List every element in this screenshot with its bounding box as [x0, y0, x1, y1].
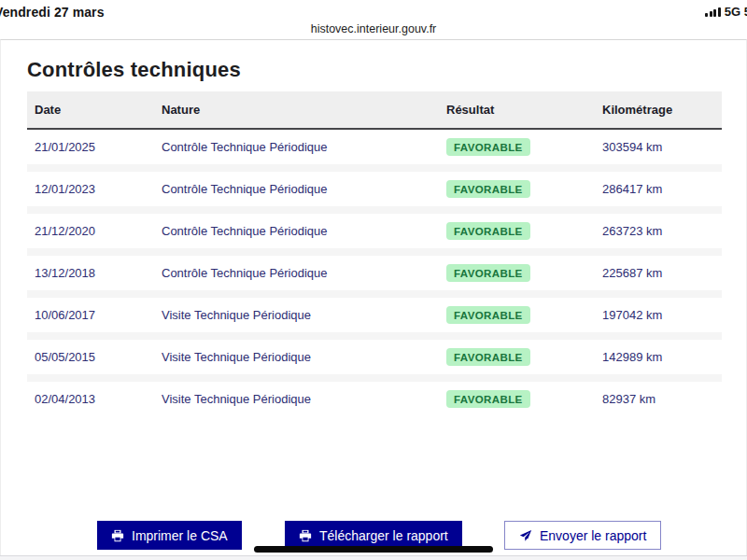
cell-km: 197042 km: [595, 308, 722, 322]
cell-date: 05/05/2015: [27, 350, 154, 364]
status-badge: FAVORABLE: [446, 306, 530, 324]
row-separator: [27, 248, 722, 256]
status-badge: FAVORABLE: [446, 138, 530, 156]
home-indicator[interactable]: [254, 546, 493, 553]
cell-date: 13/12/2018: [27, 266, 154, 280]
cell-nature: Contrôle Technique Périodique: [154, 182, 439, 196]
row-separator: [27, 374, 722, 382]
cell-nature: Visite Technique Périodique: [154, 308, 439, 322]
table-row: 02/04/2013 Visite Technique Périodique F…: [27, 382, 722, 416]
cell-result: FAVORABLE: [439, 222, 595, 240]
table-row: 05/05/2015 Visite Technique Périodique F…: [27, 340, 722, 374]
address-bar[interactable]: histovec.interieur.gouv.fr: [0, 22, 747, 35]
status-badge: FAVORABLE: [446, 390, 530, 408]
status-date: Vendredi 27 mars: [0, 5, 105, 20]
status-badge: FAVORABLE: [446, 348, 530, 366]
cell-nature: Contrôle Technique Périodique: [154, 224, 439, 238]
inspections-table: Date Nature Résultat Kilométrage 21/01/2…: [27, 91, 722, 416]
page-content: Contrôles techniques Date Nature Résulta…: [0, 39, 747, 560]
cell-date: 10/06/2017: [27, 308, 154, 322]
table-row: 21/01/2025 Contrôle Technique Périodique…: [27, 130, 722, 164]
status-badge: FAVORABLE: [446, 264, 530, 282]
column-header-nature: Nature: [154, 103, 439, 117]
cell-date: 02/04/2013: [27, 392, 154, 406]
print-csa-label: Imprimer le CSA: [132, 528, 228, 543]
column-header-date: Date: [27, 103, 154, 117]
column-header-km: Kilométrage: [595, 103, 722, 117]
status-badge: FAVORABLE: [446, 222, 530, 240]
table-header-row: Date Nature Résultat Kilométrage: [27, 91, 722, 130]
cell-date: 12/01/2023: [27, 182, 154, 196]
cell-km: 263723 km: [595, 224, 722, 238]
page-title: Contrôles techniques: [27, 58, 746, 82]
paper-plane-icon: [519, 529, 532, 542]
row-separator: [27, 164, 722, 172]
cell-nature: Visite Technique Périodique: [154, 392, 439, 406]
table-body: 21/01/2025 Contrôle Technique Périodique…: [27, 130, 722, 416]
cell-km: 225687 km: [595, 266, 722, 280]
cell-result: FAVORABLE: [439, 264, 595, 282]
table-row: 12/01/2023 Contrôle Technique Périodique…: [27, 172, 722, 206]
cell-km: 142989 km: [595, 350, 722, 364]
download-report-label: Télécharger le rapport: [319, 528, 448, 543]
cell-result: FAVORABLE: [439, 138, 595, 156]
cell-result: FAVORABLE: [439, 348, 595, 366]
cell-date: 21/12/2020: [27, 224, 154, 238]
row-separator: [27, 206, 722, 214]
cell-result: FAVORABLE: [439, 180, 595, 198]
cell-km: 303594 km: [595, 140, 722, 154]
status-indicators: 5G 5: [705, 5, 747, 19]
screen-bottom-edge: [0, 555, 747, 560]
cell-km: 82937 km: [595, 392, 722, 406]
row-separator: [27, 332, 722, 340]
table-row: 13/12/2018 Contrôle Technique Périodique…: [27, 256, 722, 290]
cell-date: 21/01/2025: [27, 140, 154, 154]
cell-nature: Visite Technique Périodique: [154, 350, 439, 364]
table-row: 21/12/2020 Contrôle Technique Périodique…: [27, 214, 722, 248]
print-csa-button[interactable]: Imprimer le CSA: [97, 521, 242, 550]
cell-result: FAVORABLE: [439, 390, 595, 408]
cell-nature: Contrôle Technique Périodique: [154, 140, 439, 154]
row-separator: [27, 290, 722, 298]
column-header-result: Résultat: [439, 103, 595, 117]
table-row: 10/06/2017 Visite Technique Périodique F…: [27, 298, 722, 332]
screen: Vendredi 27 mars histovec.interieur.gouv…: [0, 0, 747, 560]
status-bar: Vendredi 27 mars histovec.interieur.gouv…: [0, 0, 747, 39]
printer-icon: [111, 529, 124, 542]
send-report-button[interactable]: Envoyer le rapport: [504, 521, 661, 550]
status-badge: FAVORABLE: [446, 180, 530, 198]
network-label: 5G 5: [725, 5, 747, 19]
cell-result: FAVORABLE: [439, 306, 595, 324]
printer-icon: [299, 529, 312, 542]
send-report-label: Envoyer le rapport: [540, 528, 646, 543]
cell-nature: Contrôle Technique Périodique: [154, 266, 439, 280]
signal-strength-icon: [705, 7, 721, 17]
cell-km: 286417 km: [595, 182, 722, 196]
